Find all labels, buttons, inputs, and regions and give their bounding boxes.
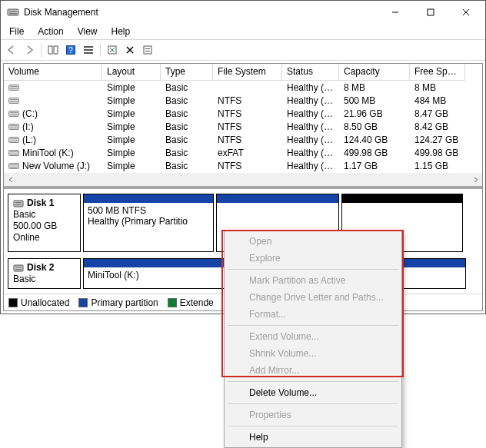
svg-rect-2	[9, 13, 17, 15]
refresh-button[interactable]	[104, 41, 121, 58]
cell-volume	[4, 82, 102, 93]
disk-icon	[13, 263, 24, 274]
disk-size: 500.00 GB	[13, 221, 75, 232]
svg-rect-19	[10, 86, 18, 87]
svg-rect-24	[9, 111, 19, 117]
svg-rect-43	[15, 202, 22, 203]
table-row[interactable]: (L:)SimpleBasicNTFSHealthy (L...124.40 G…	[4, 133, 482, 146]
properties-button[interactable]	[139, 41, 156, 58]
legend-label: Primary partition	[91, 297, 158, 308]
context-menu-item: Open	[226, 233, 400, 250]
cell-type: Basic	[161, 161, 213, 171]
cell-volume	[4, 95, 102, 106]
menu-help[interactable]: Help	[105, 25, 137, 38]
cell-volume: MiniTool (K:)	[4, 148, 102, 158]
partition-bar	[84, 194, 213, 203]
maximize-button[interactable]	[413, 1, 448, 24]
legend-swatch	[78, 298, 88, 307]
cell-volume: (I:)	[4, 121, 102, 132]
forward-button[interactable]	[21, 41, 38, 58]
view-list-button[interactable]	[80, 41, 97, 58]
volume-icon	[8, 84, 19, 91]
svg-rect-42	[14, 201, 23, 207]
show-hide-console-tree-button[interactable]	[45, 41, 62, 58]
table-row[interactable]: (I:)SimpleBasicNTFSHealthy (L...8.50 GB8…	[4, 120, 482, 133]
svg-rect-32	[10, 141, 18, 141]
column-header[interactable]: Status	[282, 64, 339, 81]
menu-view[interactable]: View	[72, 25, 104, 38]
table-row[interactable]: SimpleBasicNTFSHealthy (P...500 MB484 MB	[4, 94, 482, 107]
table-row[interactable]: MiniTool (K:)SimpleBasicexFATHealthy (P.…	[4, 146, 482, 159]
app-icon	[7, 6, 19, 18]
titlebar[interactable]: Disk Management	[1, 1, 485, 24]
scroll-left-button[interactable]	[4, 173, 17, 186]
menu-action[interactable]: Action	[32, 25, 69, 38]
cell-fs: NTFS	[213, 95, 282, 106]
svg-rect-21	[9, 98, 19, 104]
cell-volume: (C:)	[4, 108, 102, 119]
menu-file[interactable]: File	[3, 25, 30, 38]
cell-fs: NTFS	[213, 121, 282, 132]
svg-rect-13	[84, 52, 93, 54]
column-header[interactable]: Layout	[102, 64, 161, 81]
svg-rect-22	[10, 99, 18, 100]
partition-bar	[342, 194, 462, 203]
legend-swatch	[8, 298, 18, 307]
volume-icon	[8, 162, 19, 170]
cell-layout: Simple	[102, 95, 161, 106]
cell-status: Healthy (P...	[282, 82, 339, 93]
cell-capacity: 499.98 GB	[339, 148, 410, 158]
column-header[interactable]: Free Spa...	[410, 64, 465, 81]
svg-rect-15	[144, 46, 151, 54]
cell-free: 8.47 GB	[410, 108, 465, 119]
cell-type: Basic	[161, 82, 213, 93]
toolbar: ?	[1, 39, 485, 61]
cell-layout: Simple	[102, 148, 161, 158]
disk-info[interactable]: Disk 1Basic500.00 GBOnline	[8, 194, 81, 252]
svg-rect-20	[10, 88, 18, 89]
svg-rect-37	[10, 164, 18, 165]
cell-free: 499.98 GB	[410, 148, 465, 158]
column-header[interactable]: Volume	[4, 64, 102, 81]
column-header[interactable]: Type	[161, 64, 213, 81]
svg-rect-18	[9, 85, 19, 91]
disk-info[interactable]: Disk 2Basic	[8, 258, 81, 289]
disk-name: Disk 2	[13, 262, 75, 274]
volume-icon	[8, 136, 19, 144]
column-header[interactable]: Capacity	[339, 64, 410, 81]
svg-rect-31	[10, 138, 18, 139]
svg-rect-28	[10, 125, 18, 126]
cell-free: 1.15 GB	[410, 161, 465, 171]
cell-layout: Simple	[102, 82, 161, 93]
cell-type: Basic	[161, 148, 213, 158]
scroll-right-button[interactable]	[469, 173, 482, 186]
disk-kind: Basic	[13, 209, 75, 221]
minimize-button[interactable]	[378, 1, 413, 24]
table-row[interactable]: SimpleBasicHealthy (P...8 MB8 MB	[4, 81, 482, 94]
svg-rect-1	[9, 11, 17, 12]
cell-capacity: 500 MB	[339, 95, 410, 106]
svg-rect-33	[9, 151, 19, 156]
partition[interactable]: 500 MB NTFSHealthy (Primary Partitio	[83, 194, 214, 252]
close-button[interactable]	[448, 1, 484, 24]
cell-status: Healthy (P...	[282, 95, 339, 106]
cell-capacity: 21.96 GB	[339, 108, 410, 119]
help-button[interactable]: ?	[62, 41, 79, 58]
table-row[interactable]: (C:)SimpleBasicNTFSHealthy (B...21.96 GB…	[4, 107, 482, 120]
cell-capacity: 8.50 GB	[339, 121, 410, 132]
cell-status: Healthy (L...	[282, 121, 339, 132]
cell-volume: (L:)	[4, 134, 102, 145]
delete-button[interactable]	[122, 41, 138, 58]
horizontal-scrollbar[interactable]	[4, 173, 482, 186]
svg-rect-26	[10, 114, 18, 115]
cell-fs: NTFS	[213, 161, 282, 171]
partition-bar	[217, 194, 338, 203]
column-header[interactable]: File System	[213, 64, 282, 81]
cell-status: Healthy (P...	[282, 161, 339, 171]
cell-free: 8 MB	[410, 82, 465, 93]
volume-icon	[8, 123, 19, 131]
svg-rect-23	[10, 101, 18, 102]
table-row[interactable]: New Volume (J:)SimpleBasicNTFSHealthy (P…	[4, 159, 482, 172]
back-button[interactable]	[3, 41, 20, 58]
cell-layout: Simple	[102, 134, 161, 145]
